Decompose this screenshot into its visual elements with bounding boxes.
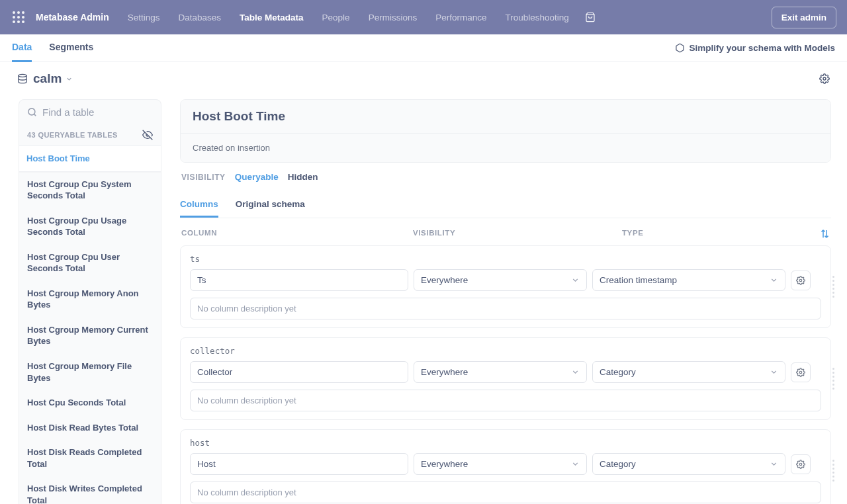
- sort-icon[interactable]: [820, 229, 830, 239]
- database-row: calm: [0, 62, 847, 91]
- svg-point-0: [13, 11, 15, 14]
- drag-handle-icon[interactable]: [832, 443, 838, 498]
- table-list-item[interactable]: Host Disk Writes Completed Total: [19, 476, 161, 504]
- eye-off-icon[interactable]: [142, 130, 153, 140]
- database-icon: [17, 73, 28, 84]
- field-description-input[interactable]: No column description yet: [190, 390, 821, 411]
- simplify-models-link[interactable]: Simplify your schema with Models: [675, 43, 835, 53]
- svg-line-13: [34, 114, 36, 116]
- nav-settings[interactable]: Settings: [128, 13, 160, 22]
- chevron-down-icon: [571, 460, 580, 468]
- subtab-original-schema[interactable]: Original schema: [236, 192, 305, 218]
- exit-admin-button[interactable]: Exit admin: [772, 7, 836, 28]
- table-list-item[interactable]: Host Disk Read Bytes Total: [19, 415, 161, 441]
- admin-topbar: Metabase Admin Settings Databases Table …: [0, 0, 847, 34]
- field-type-select[interactable]: Category: [592, 361, 785, 383]
- header-visibility: VISIBILITY: [413, 229, 622, 239]
- nav-databases[interactable]: Databases: [179, 13, 222, 22]
- queryable-tables-count: 43 QUERYABLE TABLES: [27, 131, 118, 139]
- chevron-down-icon: [770, 276, 778, 284]
- field-raw-name: ts: [190, 254, 821, 264]
- database-name[interactable]: calm: [33, 71, 62, 86]
- subnav: Data Segments Simplify your schema with …: [0, 34, 847, 62]
- field-settings-gear-icon[interactable]: [791, 362, 811, 382]
- field-settings-gear-icon[interactable]: [791, 454, 811, 474]
- field-display-name-input[interactable]: [190, 361, 408, 383]
- svg-point-6: [13, 21, 15, 23]
- svg-point-7: [17, 21, 20, 23]
- chevron-down-icon: [571, 368, 580, 376]
- store-icon[interactable]: [585, 12, 596, 22]
- table-list-item[interactable]: Host Cgroup Memory Anon Bytes: [19, 281, 161, 317]
- table-list-item[interactable]: Host Cgroup Cpu System Seconds Total: [19, 172, 161, 208]
- table-search-input[interactable]: [42, 106, 153, 118]
- nav-table-metadata[interactable]: Table Metadata: [240, 13, 304, 22]
- table-list-item[interactable]: Host Cgroup Cpu User Seconds Total: [19, 245, 161, 281]
- field-card: tsEverywhereCreation timestampNo column …: [180, 245, 831, 328]
- nav-troubleshooting[interactable]: Troubleshooting: [505, 13, 568, 22]
- chevron-down-icon: [770, 460, 778, 468]
- field-settings-gear-icon[interactable]: [791, 271, 811, 290]
- svg-point-2: [22, 11, 24, 14]
- chevron-down-icon: [571, 276, 580, 284]
- field-type-select[interactable]: Creation timestamp: [592, 269, 785, 291]
- table-list-item[interactable]: Host Boot Time: [19, 146, 161, 172]
- table-list-item[interactable]: Host Disk Reads Completed Total: [19, 440, 161, 476]
- svg-point-12: [28, 108, 35, 115]
- field-card: hostEverywhereCategoryNo column descript…: [180, 429, 831, 504]
- field-description-input[interactable]: No column description yet: [190, 298, 821, 319]
- tab-data[interactable]: Data: [12, 34, 32, 62]
- nav-people[interactable]: People: [322, 13, 350, 22]
- table-detail-content: Host Boot Time Created on insertion VISI…: [180, 99, 831, 504]
- field-visibility-select[interactable]: Everywhere: [414, 269, 587, 291]
- table-list-sidebar: 43 QUERYABLE TABLES Host Boot TimeHost C…: [19, 99, 161, 504]
- svg-point-11: [823, 77, 826, 80]
- table-title: Host Boot Time: [193, 109, 819, 124]
- svg-point-3: [13, 16, 15, 19]
- nav-permissions[interactable]: Permissions: [369, 13, 418, 22]
- visibility-hidden-option[interactable]: Hidden: [288, 172, 318, 182]
- table-list-item[interactable]: Host Cgroup Cpu Usage Seconds Total: [19, 208, 161, 245]
- field-type-select[interactable]: Category: [592, 453, 785, 475]
- table-list-item[interactable]: Host Cpu Seconds Total: [19, 390, 161, 415]
- metabase-logo-icon: [11, 9, 26, 25]
- field-description-input[interactable]: No column description yet: [190, 482, 821, 503]
- search-icon: [27, 107, 37, 117]
- table-list-item[interactable]: Host Cgroup Memory Current Bytes: [19, 317, 161, 354]
- subtab-columns[interactable]: Columns: [180, 192, 218, 218]
- svg-point-10: [19, 74, 26, 77]
- drag-handle-icon[interactable]: [832, 259, 838, 314]
- field-visibility-select[interactable]: Everywhere: [414, 453, 587, 475]
- table-description[interactable]: Created on insertion: [181, 133, 830, 162]
- simplify-models-label: Simplify your schema with Models: [689, 43, 835, 53]
- field-display-name-input[interactable]: [190, 453, 408, 475]
- svg-point-8: [22, 21, 24, 23]
- field-raw-name: collector: [190, 346, 821, 356]
- field-card: collectorEverywhereCategoryNo column des…: [180, 337, 831, 420]
- model-icon: [675, 43, 685, 53]
- svg-point-15: [799, 279, 802, 282]
- visibility-label: VISIBILITY: [181, 173, 226, 182]
- database-settings-gear-icon[interactable]: [819, 73, 830, 84]
- chevron-down-icon[interactable]: [66, 75, 73, 83]
- svg-point-5: [22, 16, 24, 19]
- visibility-queryable-option[interactable]: Queryable: [235, 172, 279, 182]
- nav-performance[interactable]: Performance: [435, 13, 486, 22]
- table-list-item[interactable]: Host Cgroup Memory File Bytes: [19, 354, 161, 390]
- drag-handle-icon[interactable]: [832, 351, 838, 406]
- chevron-down-icon: [770, 368, 778, 376]
- header-column: COLUMN: [181, 229, 413, 239]
- svg-point-1: [17, 11, 20, 14]
- field-raw-name: host: [190, 438, 821, 448]
- svg-point-4: [17, 16, 20, 19]
- field-visibility-select[interactable]: Everywhere: [414, 361, 587, 383]
- brand-title: Metabase Admin: [36, 12, 109, 22]
- svg-point-16: [799, 371, 802, 374]
- header-type: TYPE: [622, 229, 820, 239]
- svg-point-17: [799, 463, 802, 466]
- tab-segments[interactable]: Segments: [49, 34, 93, 62]
- table-header: Host Boot Time Created on insertion: [180, 99, 831, 163]
- field-display-name-input[interactable]: [190, 269, 408, 291]
